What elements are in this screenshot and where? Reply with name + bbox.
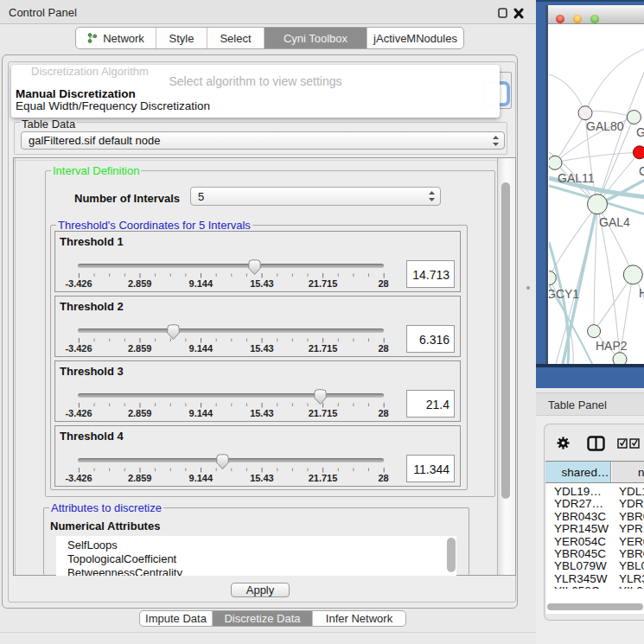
svg-text:HAP2: HAP2 xyxy=(596,339,628,353)
svg-text:GAL11: GAL11 xyxy=(558,171,595,185)
svg-text:G.: G. xyxy=(636,125,644,139)
svg-text:H: H xyxy=(639,286,644,300)
svg-text:GCY1: GCY1 xyxy=(549,287,579,301)
svg-text:GAL4: GAL4 xyxy=(599,215,630,229)
svg-text:C: C xyxy=(639,164,644,178)
svg-text:GAL80: GAL80 xyxy=(586,119,624,133)
